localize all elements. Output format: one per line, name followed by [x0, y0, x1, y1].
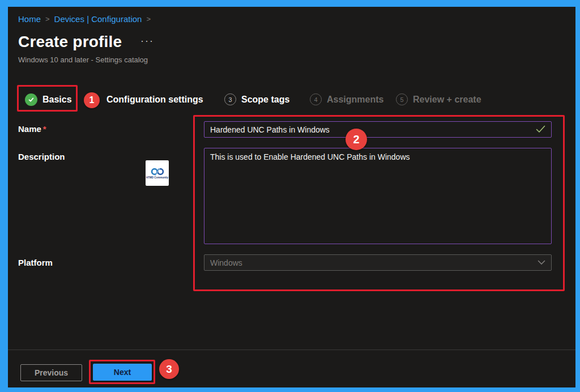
tab-configuration-settings[interactable]: Configuration settings — [106, 95, 203, 105]
chevron-down-icon — [538, 260, 545, 265]
platform-field-label: Platform — [18, 258, 53, 267]
breadcrumb-chevron-icon: > — [146, 15, 151, 23]
tab-assignments-label: Assignments — [327, 95, 383, 105]
breadcrumb: Home > Devices | Configuration > — [18, 14, 151, 24]
description-field-label: Description — [18, 152, 65, 161]
tab-basics[interactable]: Basics — [25, 93, 72, 106]
screenshot-frame: Home > Devices | Configuration > Create … — [0, 0, 580, 392]
tab-basics-label: Basics — [42, 95, 72, 105]
platform-dropdown-value: Windows — [210, 258, 538, 267]
completed-check-icon — [25, 93, 37, 106]
tab-scope-tags-label: Scope tags — [241, 95, 289, 105]
step-number-4-icon: 4 — [310, 93, 322, 105]
description-input[interactable]: This is used to Enable Hardened UNC Path… — [204, 148, 552, 244]
breadcrumb-chevron-icon: > — [45, 15, 50, 23]
required-asterisk: * — [43, 124, 46, 134]
name-input[interactable] — [204, 121, 552, 138]
more-actions-button[interactable]: ··· — [140, 35, 154, 47]
tab-review-create[interactable]: 5 Review + create — [396, 93, 481, 105]
footer-divider — [8, 350, 575, 350]
htmd-community-logo: HTMD Community — [146, 160, 169, 186]
tab-scope-tags[interactable]: 3 Scope tags — [224, 93, 289, 105]
step-number-5-icon: 5 — [396, 93, 408, 105]
breadcrumb-home-link[interactable]: Home — [18, 14, 41, 24]
platform-dropdown[interactable]: Windows — [204, 254, 552, 271]
tab-review-create-label: Review + create — [413, 95, 481, 105]
tab-assignments[interactable]: 4 Assignments — [310, 93, 383, 105]
name-field-label: Name* — [18, 124, 46, 134]
tab-configuration-settings-label: Configuration settings — [106, 95, 203, 105]
page-subtitle: Windows 10 and later - Settings catalog — [18, 56, 148, 64]
valid-check-icon — [536, 125, 545, 133]
step-number-3-icon: 3 — [224, 93, 236, 105]
breadcrumb-devices-configuration-link[interactable]: Devices | Configuration — [54, 14, 142, 24]
next-button[interactable]: Next — [93, 364, 152, 381]
htmd-logo-icon — [150, 168, 165, 176]
previous-button[interactable]: Previous — [20, 364, 82, 381]
htmd-logo-caption: HTMD Community — [146, 176, 168, 179]
page-title: Create profile — [18, 33, 122, 51]
